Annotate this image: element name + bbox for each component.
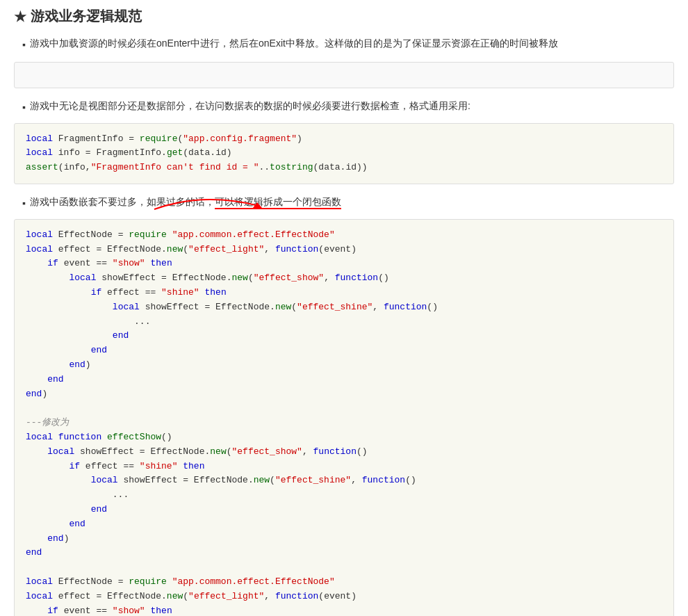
code-block-1: local FragmentInfo = require("app.config… bbox=[14, 123, 674, 184]
search-bar[interactable] bbox=[14, 62, 674, 88]
bullet-item-3: 游戏中函数嵌套不要过多，如果过多的话，可以将逻辑拆成一个闭包函数 bbox=[22, 194, 674, 212]
page-container: ★ 游戏业务逻辑规范 游戏中加载资源的时候必须在onEnter中进行，然后在on… bbox=[0, 0, 688, 616]
underlined-text: 可以将逻辑拆成一个闭包函数 bbox=[215, 196, 341, 209]
star-icon: ★ bbox=[14, 8, 26, 25]
bullet-text-2: 游戏中无论是视图部分还是数据部分，在访问数据表的数据的时候必须要进行数据检查，格… bbox=[30, 98, 470, 115]
bullet-text-1: 游戏中加载资源的时候必须在onEnter中进行，然后在onExit中释放。这样做… bbox=[30, 35, 558, 52]
page-title: ★ 游戏业务逻辑规范 bbox=[14, 7, 674, 26]
bullet-item-2: 游戏中无论是视图部分还是数据部分，在访问数据表的数据的时候必须要进行数据检查，格… bbox=[22, 98, 674, 116]
code-block-2: local EffectNode = require "app.common.e… bbox=[14, 219, 674, 616]
bullet-item-1: 游戏中加载资源的时候必须在onEnter中进行，然后在onExit中释放。这样做… bbox=[22, 35, 674, 54]
title-text: 游戏业务逻辑规范 bbox=[31, 7, 142, 26]
bullet-text-3: 游戏中函数嵌套不要过多，如果过多的话，可以将逻辑拆成一个闭包函数 bbox=[30, 194, 341, 211]
